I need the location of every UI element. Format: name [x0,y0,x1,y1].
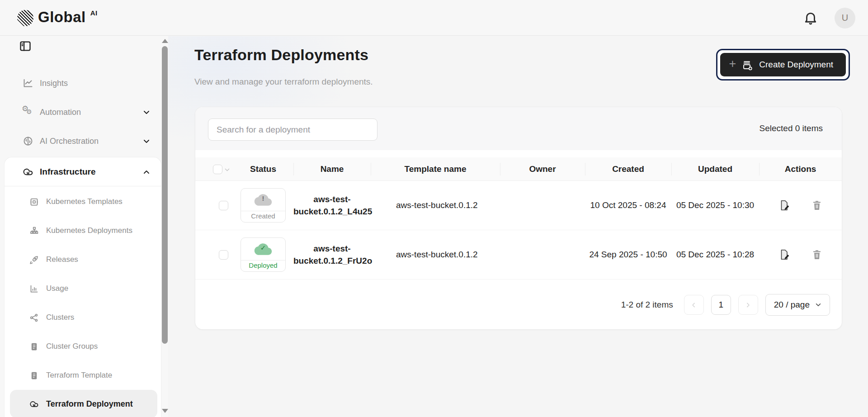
document-icon [29,371,39,380]
sidebar-nav: Insights ⚙⚙ Automation [0,69,161,156]
edit-button[interactable] [778,249,790,261]
status-mark: ✓ [241,244,285,252]
column-header-created[interactable]: Created [585,157,671,181]
next-page-button[interactable] [738,295,758,315]
topbar: Global AI U [0,0,868,36]
chevron-up-icon[interactable] [143,168,150,175]
deployment-stack-icon [741,59,754,71]
scroll-down-arrow-icon[interactable] [162,409,168,413]
chevron-down-icon[interactable] [143,109,150,116]
sidebar-item-label: Infrastructure [40,167,96,177]
pagination: 1-2 of 2 items 1 20 / page [621,294,830,316]
delete-button[interactable] [811,199,823,211]
select-all-checkbox[interactable] [213,165,222,174]
select-menu-chevron-icon[interactable] [224,166,230,172]
status-badge: ! Created [241,188,286,223]
sidebar-item-label: Kubernetes Templates [46,197,123,206]
sidebar-item-terraform-template[interactable]: Terraform Template [5,361,161,390]
page-subtitle: View and manage your terraform deploymen… [194,77,373,87]
status-label: Created [241,211,285,222]
delete-button[interactable] [811,249,823,261]
sidebar-item-label: Cluster Groups [46,342,98,351]
app-root: Global AI U [0,0,868,417]
brain-icon [23,136,33,147]
sidebar-item-terraform-deployment[interactable]: Terraform Deployment [10,390,157,417]
notifications-bell-icon[interactable] [803,10,818,26]
row-checkbox[interactable] [219,250,228,260]
gears-icon: ⚙⚙ [23,107,33,118]
create-deployment-button[interactable]: + Create Deployment [720,53,846,76]
sidebar-item-label: Usage [46,284,68,293]
hierarchy-squares-icon [29,226,39,236]
previous-page-button[interactable] [684,295,704,315]
user-avatar[interactable]: U [835,8,855,28]
main-content: Terraform Deployments View and manage yo… [168,36,868,417]
sidebar-sub-list: Kubernetes Templates Kubernetes Deployme… [5,186,161,417]
scrollbar-thumb[interactable] [162,46,168,344]
column-header-updated[interactable]: Updated [671,157,759,181]
cloud-icon [23,166,33,177]
column-header-status[interactable]: Status [233,157,293,181]
table-header-row: Status Name Template name Owner Created … [195,157,842,181]
status-label: Deployed [241,261,285,271]
edit-document-icon [778,249,790,261]
chevron-down-icon [815,302,821,308]
app-logo[interactable]: Global AI [17,9,98,26]
template-name: aws-test-bucket.0.1.2 [371,200,500,210]
sidebar-item-label: Terraform Deployment [46,399,133,409]
sidebar-item-insights[interactable]: Insights [0,69,161,98]
page-title: Terraform Deployments [194,46,368,64]
deployments-card: Selected 0 items Status Name Template na… [195,107,842,329]
page-number-button[interactable]: 1 [711,295,731,315]
edit-document-icon [778,199,790,211]
topbar-actions: U [803,0,855,36]
column-header-template-name[interactable]: Template name [371,157,500,181]
updated-date: 05 Dec 2025 - 10:30 [671,200,759,210]
edit-button[interactable] [778,199,790,211]
sidebar-toggle-icon[interactable] [19,40,32,52]
selected-count: Selected 0 items [760,123,823,133]
column-header-name[interactable]: Name [293,157,371,181]
rocket-icon [29,255,39,265]
column-header-actions[interactable]: Actions [759,157,842,181]
updated-date: 05 Dec 2025 - 10:28 [671,250,759,260]
chevron-right-icon [745,302,751,308]
sidebar-item-label: Releases [46,255,78,264]
search-input[interactable] [208,118,377,141]
created-date: 24 Sep 2025 - 10:50 [585,250,671,260]
globe-logo-icon [17,10,33,26]
sidebar-item-usage[interactable]: Usage [5,274,161,303]
page-size-select[interactable]: 20 / page [765,294,830,316]
column-header-owner[interactable]: Owner [500,157,585,181]
sidebar-item-releases[interactable]: Releases [5,245,161,274]
sidebar-item-kubernetes-deployments[interactable]: Kubernetes Deployments [5,216,161,245]
sidebar-scrollbar [161,36,168,417]
sidebar-item-clusters[interactable]: Clusters [5,303,161,332]
sidebar-item-label: Insights [40,79,68,88]
logo-text: Global [38,9,86,25]
scroll-up-arrow-icon[interactable] [162,39,168,43]
sidebar-item-label: Terraform Template [46,371,112,380]
sidebar-item-label: Kubernetes Deployments [46,226,132,235]
chevron-down-icon[interactable] [143,137,150,145]
template-frame-icon [29,197,39,207]
pagination-summary: 1-2 of 2 items [621,300,673,310]
sidebar: Insights ⚙⚙ Automation [0,36,168,417]
sidebar-item-infrastructure[interactable]: Infrastructure [5,157,161,186]
cloud-icon [29,399,39,409]
row-checkbox[interactable] [219,201,228,210]
sidebar-section-infrastructure: Infrastructure Kubernetes Templates [5,157,161,417]
sidebar-item-automation[interactable]: ⚙⚙ Automation [0,98,161,127]
plus-icon: + [729,58,736,70]
table-row: ! Created aws-test- bucket.0.1.2_L4u25 a… [195,181,842,230]
avatar-initial: U [842,13,848,23]
sidebar-item-label: Automation [40,108,81,117]
create-deployment-button-focus-ring: + Create Deployment [716,49,850,81]
logo-superscript: AI [90,9,98,17]
sidebar-item-ai-orchestration[interactable]: AI Orchestration [0,127,161,156]
sidebar-item-kubernetes-templates[interactable]: Kubernetes Templates [5,187,161,216]
create-deployment-label: Create Deployment [759,60,833,70]
trash-icon [811,249,823,261]
sidebar-item-label: Clusters [46,313,74,322]
sidebar-item-cluster-groups[interactable]: Cluster Groups [5,332,161,361]
